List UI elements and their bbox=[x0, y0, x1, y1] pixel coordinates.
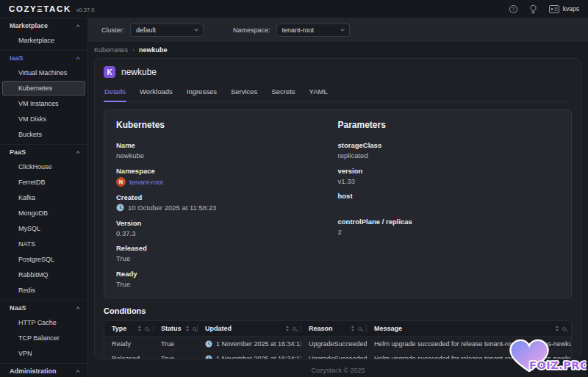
field-label: Version bbox=[116, 219, 338, 227]
sidebar-section-naas: NaaSHTTP CacheTCP BalancerVPN bbox=[0, 301, 87, 364]
cluster-select[interactable]: default bbox=[130, 24, 204, 37]
sidebar-item-label: MySQL bbox=[18, 225, 40, 232]
sidebar-item-tcp-balancer[interactable]: TCP Balancer bbox=[2, 331, 85, 345]
search-icon[interactable] bbox=[293, 327, 296, 331]
namespace-label: Namespace: bbox=[233, 26, 270, 34]
tab-workloads[interactable]: Workloads bbox=[139, 86, 173, 101]
namespace-link[interactable]: tenant-root bbox=[129, 178, 163, 186]
kubernetes-fields: NamenewkubeNamespaceNtenant-rootCreated1… bbox=[116, 141, 338, 288]
app-version: v0.37.0 bbox=[76, 7, 95, 13]
field-storageclass: storageClassreplicated bbox=[338, 141, 560, 159]
sidebar-item-label: VM Disks bbox=[18, 115, 46, 123]
column-header-message[interactable]: Message bbox=[367, 321, 571, 336]
search-icon[interactable] bbox=[562, 327, 566, 331]
column-label: Status bbox=[161, 325, 182, 332]
sidebar-item-label: RabbitMQ bbox=[18, 271, 49, 279]
sidebar-item-clickhouse[interactable]: ClickHouse bbox=[2, 159, 85, 174]
context-bar: Cluster: default Namespace: tenant-root bbox=[88, 18, 588, 42]
field-value: 2 bbox=[338, 228, 560, 236]
tab-details[interactable]: Details bbox=[104, 86, 126, 102]
sidebar-item-mongodb[interactable]: MongoDB bbox=[2, 206, 85, 220]
breadcrumb-parent[interactable]: Kubernetes bbox=[94, 46, 128, 54]
sidebar-item-mysql[interactable]: MySQL bbox=[2, 221, 85, 236]
sidebar-section-header-administration[interactable]: Administration bbox=[0, 365, 87, 377]
column-header-updated[interactable]: Updated bbox=[198, 321, 301, 336]
help-icon[interactable]: ? bbox=[509, 5, 517, 13]
tab-bar: DetailsWorkloadsIngressesServicesSecrets… bbox=[104, 86, 572, 102]
table-row[interactable]: ReleasedTrue1 November 2025 at 16:34:13U… bbox=[104, 351, 571, 359]
sidebar-item-label: Redis bbox=[18, 287, 35, 294]
sidebar-item-label: Virtual Machines bbox=[18, 69, 67, 76]
sidebar-item-label: PostgreSQL bbox=[18, 256, 54, 263]
table-row[interactable]: ReadyTrue1 November 2025 at 16:34:13Upgr… bbox=[104, 336, 571, 351]
sidebar-item-kafka[interactable]: Kafka bbox=[2, 190, 85, 205]
sidebar-item-rabbitmq[interactable]: RabbitMQ bbox=[2, 268, 85, 282]
field-label: storageClass bbox=[338, 141, 560, 149]
cluster-label: Cluster: bbox=[101, 26, 124, 34]
tab-services[interactable]: Services bbox=[230, 86, 258, 101]
user-menu[interactable]: kvaps bbox=[549, 5, 579, 13]
search-icon[interactable] bbox=[145, 327, 148, 331]
details-panel: Kubernetes NamenewkubeNamespaceNtenant-r… bbox=[104, 109, 572, 298]
sort-icon[interactable] bbox=[556, 326, 559, 331]
clock-icon bbox=[205, 340, 212, 348]
tab-secrets[interactable]: Secrets bbox=[270, 86, 295, 101]
sort-icon[interactable] bbox=[351, 326, 354, 331]
namespace-select[interactable]: tenant-root bbox=[276, 24, 350, 37]
sidebar-item-label: NATS bbox=[18, 240, 35, 248]
sidebar-item-postgresql[interactable]: PostgreSQL bbox=[2, 252, 85, 267]
field-value: True bbox=[116, 280, 338, 288]
sidebar-item-nats[interactable]: NATS bbox=[2, 237, 85, 251]
sidebar: MarketplaceMarketplaceIaaSVirtual Machin… bbox=[0, 18, 88, 377]
conditions-table-body: ReadyTrue1 November 2025 at 16:34:13Upgr… bbox=[104, 336, 571, 359]
search-icon[interactable] bbox=[193, 327, 196, 331]
sidebar-section-header-paas[interactable]: PaaS bbox=[0, 146, 87, 159]
sidebar-item-marketplace[interactable]: Marketplace bbox=[2, 33, 85, 48]
header-actions: ? kvaps bbox=[509, 4, 579, 14]
user-name: kvaps bbox=[563, 5, 579, 12]
app-logo[interactable]: COZYΞTACK bbox=[9, 4, 71, 13]
field-value: True bbox=[116, 254, 338, 262]
cell-updated: 1 November 2025 at 16:34:13 bbox=[198, 340, 301, 348]
sidebar-section-header-naas[interactable]: NaaS bbox=[0, 301, 87, 315]
tab-ingresses[interactable]: Ingresses bbox=[186, 86, 218, 101]
chevron-up-icon bbox=[76, 151, 80, 156]
sidebar-item-vm-disks[interactable]: VM Disks bbox=[2, 112, 85, 126]
sidebar-item-vpn[interactable]: VPN bbox=[2, 346, 85, 361]
sidebar-item-buckets[interactable]: Buckets bbox=[2, 127, 85, 142]
namespace-badge-icon: N bbox=[116, 177, 126, 187]
kubernetes-column: Kubernetes NamenewkubeNamespaceNtenant-r… bbox=[116, 120, 338, 295]
sidebar-item-label: Marketplace bbox=[18, 37, 54, 44]
lightbulb-icon[interactable] bbox=[529, 4, 537, 14]
sidebar-item-virtual-machines[interactable]: Virtual Machines bbox=[2, 65, 85, 80]
breadcrumb-current: newkube bbox=[139, 46, 168, 54]
updated-text: 1 November 2025 at 16:34:13 bbox=[216, 340, 301, 348]
sort-icon[interactable] bbox=[186, 326, 189, 331]
id-badge-icon bbox=[549, 5, 559, 13]
field-label: Created bbox=[116, 193, 338, 201]
top-header: COZYΞTACK v0.37.0 ? kvaps bbox=[0, 0, 588, 18]
sidebar-section-header-iaas[interactable]: IaaS bbox=[0, 51, 87, 65]
updated-text: 1 November 2025 at 16:34:13 bbox=[216, 355, 301, 360]
sidebar-item-label: VM Instances bbox=[18, 100, 59, 107]
column-header-status[interactable]: Status bbox=[154, 321, 198, 336]
field-label: host bbox=[338, 192, 560, 200]
sort-icon[interactable] bbox=[138, 326, 141, 331]
column-header-reason[interactable]: Reason bbox=[301, 321, 367, 336]
sidebar-item-redis[interactable]: Redis bbox=[2, 283, 85, 298]
sidebar-section-iaas: IaaSVirtual MachinesKubernetesVM Instanc… bbox=[0, 51, 87, 145]
search-icon[interactable] bbox=[358, 327, 362, 331]
sort-icon[interactable] bbox=[286, 326, 289, 331]
tab-yaml[interactable]: YAML bbox=[309, 86, 329, 101]
conditions-title: Conditions bbox=[104, 306, 572, 315]
sidebar-item-http-cache[interactable]: HTTP Cache bbox=[2, 315, 85, 330]
sidebar-item-ferretdb[interactable]: FerretDB bbox=[2, 175, 85, 190]
column-header-type[interactable]: Type bbox=[104, 321, 154, 336]
sidebar-section-header-marketplace[interactable]: Marketplace bbox=[0, 19, 87, 32]
field-host: host bbox=[338, 192, 560, 210]
field-label: Name bbox=[116, 141, 338, 149]
sidebar-item-vm-instances[interactable]: VM Instances bbox=[2, 96, 85, 111]
sidebar-item-label: ClickHouse bbox=[18, 163, 52, 170]
sidebar-item-kubernetes[interactable]: Kubernetes bbox=[2, 81, 85, 96]
sidebar-section-label: Administration bbox=[10, 367, 57, 375]
